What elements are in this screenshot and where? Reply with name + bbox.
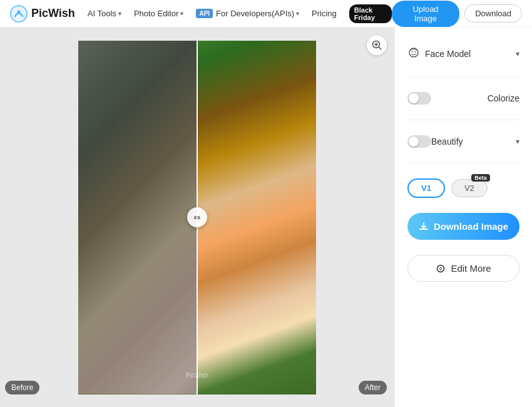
download-image-button[interactable]: Download Image bbox=[407, 213, 519, 240]
edit-more-icon bbox=[436, 264, 446, 274]
chevron-down-icon: ▾ bbox=[118, 10, 121, 17]
svg-point-7 bbox=[412, 51, 413, 53]
v1-button[interactable]: V1 bbox=[407, 178, 445, 198]
v2-button-wrap: V2 Beta bbox=[451, 179, 488, 197]
image-container: ⇔ PicWish bbox=[78, 41, 316, 394]
colorize-toggle-knob bbox=[409, 93, 419, 103]
nav-ai-tools[interactable]: AI Tools ▾ bbox=[88, 9, 121, 18]
svg-point-8 bbox=[415, 51, 416, 53]
upload-image-button[interactable]: Upload Image bbox=[392, 1, 459, 27]
divider-2 bbox=[407, 120, 519, 120]
face-model-label: Face Model bbox=[407, 46, 471, 61]
header-right: Upload Image Download bbox=[392, 1, 522, 27]
sidebar: Face Model ▾ Colorize Beautify ▾ bbox=[394, 28, 532, 407]
drag-handle[interactable]: ⇔ bbox=[187, 207, 207, 227]
logo[interactable]: PicWish bbox=[10, 5, 75, 23]
version-row: V1 V2 Beta bbox=[407, 178, 519, 198]
chevron-down-icon: ▾ bbox=[296, 10, 299, 17]
edit-more-button[interactable]: Edit More bbox=[407, 255, 519, 282]
zoom-in-icon bbox=[371, 39, 382, 51]
colorize-row: Colorize bbox=[407, 92, 519, 105]
main-content: ⇔ PicWish Before After bbox=[0, 28, 532, 407]
beautify-row: Beautify ▾ bbox=[407, 135, 519, 148]
logo-text: PicWish bbox=[31, 7, 75, 20]
face-model-icon bbox=[407, 46, 420, 61]
promo-badge[interactable]: Black Friday bbox=[349, 4, 392, 23]
beautify-dropdown-icon[interactable]: ▾ bbox=[516, 137, 519, 146]
divider-3 bbox=[407, 163, 519, 163]
header-left: PicWish AI Tools ▾ Photo Editor ▾ API Fo… bbox=[10, 4, 392, 23]
svg-point-1 bbox=[18, 10, 21, 13]
colorize-label: Colorize bbox=[488, 93, 519, 103]
svg-point-9 bbox=[437, 265, 444, 272]
beautify-label: Beautify bbox=[431, 137, 516, 147]
image-area: ⇔ PicWish Before After bbox=[0, 28, 394, 407]
beautify-toggle-knob bbox=[409, 137, 419, 147]
download-header-button[interactable]: Download bbox=[464, 4, 522, 23]
nav-photo-editor[interactable]: Photo Editor ▾ bbox=[134, 9, 184, 18]
svg-point-10 bbox=[440, 269, 441, 270]
download-icon bbox=[419, 222, 429, 232]
face-model-row: Face Model ▾ bbox=[407, 46, 519, 61]
colorize-toggle[interactable] bbox=[407, 92, 431, 105]
zoom-in-button[interactable] bbox=[367, 35, 387, 55]
logo-icon bbox=[10, 5, 28, 23]
api-badge: API bbox=[196, 9, 213, 18]
nav-pricing[interactable]: Pricing bbox=[312, 9, 337, 18]
after-label: After bbox=[359, 381, 387, 394]
chevron-down-icon: ▾ bbox=[180, 10, 183, 17]
header: PicWish AI Tools ▾ Photo Editor ▾ API Fo… bbox=[0, 0, 532, 28]
beta-badge: Beta bbox=[471, 174, 490, 182]
face-model-dropdown-icon[interactable]: ▾ bbox=[516, 49, 519, 58]
nav-developers[interactable]: API For Developers(APIs) ▾ bbox=[196, 9, 299, 18]
before-label: Before bbox=[5, 381, 39, 394]
beautify-toggle[interactable] bbox=[407, 135, 431, 148]
watermark: PicWish bbox=[186, 372, 208, 379]
v2-button[interactable]: V2 bbox=[451, 179, 488, 197]
svg-line-3 bbox=[379, 48, 382, 50]
divider-1 bbox=[407, 76, 519, 77]
